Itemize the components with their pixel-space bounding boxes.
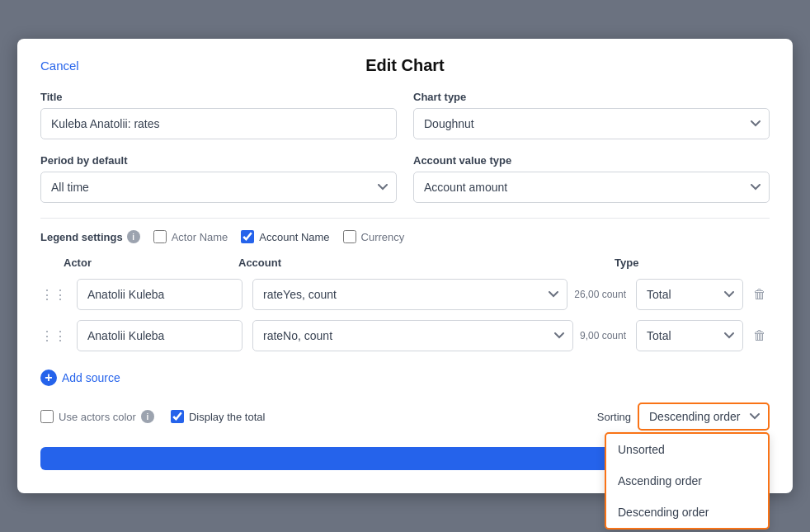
count-badge-1: 26,00 count: [574, 289, 626, 300]
modal-title: Edit Chart: [365, 56, 445, 75]
currency-checkbox-group[interactable]: Currency: [343, 230, 405, 243]
account-select-1[interactable]: rateYes, count: [252, 279, 567, 310]
drag-handle-1[interactable]: ⋮⋮: [40, 287, 67, 303]
actor-input-1[interactable]: [77, 279, 243, 310]
edit-chart-modal: Cancel Edit Chart Title Chart type Dough…: [17, 39, 793, 493]
use-actors-color-checkbox[interactable]: [40, 410, 54, 423]
bottom-controls: Use actors color i Display the total Sor…: [40, 403, 770, 431]
legend-settings: Legend settings i Actor Name Account Nam…: [40, 230, 770, 243]
modal-header: Cancel Edit Chart: [40, 59, 770, 73]
account-value-select[interactable]: Account amount: [413, 172, 770, 203]
sorting-label: Sorting: [597, 411, 631, 423]
form-row-2: Period by default All time Account value…: [40, 154, 770, 203]
actor-name-checkbox[interactable]: [153, 230, 167, 243]
sorting-option-unsorted[interactable]: Unsorted: [606, 434, 768, 465]
currency-checkbox[interactable]: [343, 230, 356, 243]
use-actors-color-info-icon[interactable]: i: [141, 410, 154, 423]
table-row: ⋮⋮ rateYes, count 26,00 count Total 🗑: [40, 274, 770, 315]
account-name-checkbox[interactable]: [241, 230, 254, 243]
account-name-label: Account Name: [259, 231, 329, 243]
period-group: Period by default All time: [40, 154, 397, 203]
actor-input-2[interactable]: [77, 320, 243, 351]
header-account: Account: [238, 257, 605, 269]
title-label: Title: [40, 91, 397, 103]
sorting-option-descending[interactable]: Descending order: [606, 497, 768, 528]
account-value-label: Account value type: [413, 154, 770, 167]
table-section: ⋮⋮ rateYes, count 26,00 count Total 🗑 ⋮⋮…: [40, 274, 770, 356]
currency-label: Currency: [361, 231, 405, 243]
display-total-group[interactable]: Display the total: [171, 410, 266, 423]
title-group: Title: [40, 91, 397, 139]
sorting-wrapper: Sorting Unsorted Ascending order Descend…: [597, 403, 770, 431]
sorting-dropdown-menu: Unsorted Ascending order Descending orde…: [605, 432, 770, 530]
delete-row-1[interactable]: 🗑: [753, 287, 770, 302]
display-total-checkbox[interactable]: [171, 410, 184, 423]
actor-name-checkbox-group[interactable]: Actor Name: [153, 230, 228, 243]
title-input[interactable]: [40, 108, 397, 139]
count-badge-2: 9,00 count: [580, 330, 626, 341]
sorting-select[interactable]: Unsorted Ascending order Descending orde…: [638, 403, 770, 431]
table-row: ⋮⋮ rateNo, count 9,00 count Total 🗑: [40, 315, 770, 356]
drag-handle-2[interactable]: ⋮⋮: [40, 328, 67, 344]
chart-type-select[interactable]: Doughnut: [413, 108, 770, 139]
add-source-button[interactable]: + Add source: [40, 366, 120, 389]
type-select-1[interactable]: Total: [636, 279, 743, 310]
header-actor: Actor: [64, 257, 228, 269]
period-select[interactable]: All time: [40, 172, 397, 203]
legend-info-icon[interactable]: i: [127, 230, 140, 243]
chart-type-label: Chart type: [413, 91, 770, 103]
sorting-option-ascending[interactable]: Ascending order: [606, 465, 768, 497]
add-source-icon: +: [40, 370, 57, 386]
account-wrapper-1: rateYes, count 26,00 count: [252, 279, 626, 310]
account-wrapper-2: rateNo, count 9,00 count: [252, 320, 626, 351]
use-actors-color-label: Use actors color: [59, 411, 136, 423]
use-actors-color-group[interactable]: Use actors color i: [40, 410, 154, 423]
display-total-label: Display the total: [189, 411, 266, 423]
header-type: Type: [615, 257, 746, 269]
cancel-button[interactable]: Cancel: [40, 59, 79, 73]
period-label: Period by default: [40, 154, 397, 167]
type-select-2[interactable]: Total: [636, 320, 743, 351]
actor-name-label: Actor Name: [172, 231, 228, 243]
account-name-checkbox-group[interactable]: Account Name: [241, 230, 329, 243]
legend-label: Legend settings i: [40, 230, 140, 243]
table-header: Actor Account Type: [40, 257, 770, 274]
divider-1: [40, 218, 770, 219]
form-row-1: Title Chart type Doughnut: [40, 91, 770, 139]
account-select-2[interactable]: rateNo, count: [252, 320, 573, 351]
account-value-group: Account value type Account amount: [413, 154, 770, 203]
delete-row-2[interactable]: 🗑: [753, 328, 770, 343]
chart-type-group: Chart type Doughnut: [413, 91, 770, 139]
add-source-label: Add source: [62, 371, 120, 384]
